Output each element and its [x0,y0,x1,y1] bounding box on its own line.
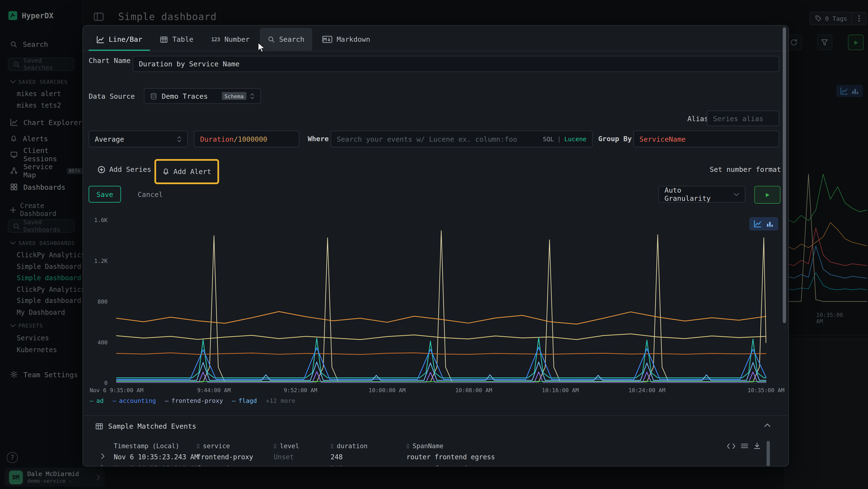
legend-dash: — [90,397,93,405]
alias-label: Alias [687,114,708,123]
divider [83,415,788,415]
lucene-toggle[interactable]: Lucene [564,136,586,143]
grip-icon [197,443,199,449]
series-ad [117,338,766,378]
tab-label: Number [224,35,250,44]
tab-table[interactable]: Table [152,28,201,51]
legend-item[interactable]: +12 more [266,397,296,405]
legend-label: +12 more [266,397,296,405]
tab-label: Line/Bar [109,35,142,44]
sample-events-header[interactable]: Sample Matched Events [95,422,196,430]
x-axis-tick: 9:52:00 AM [284,387,317,394]
bell-icon [162,168,169,175]
tab-label: Search [279,35,304,44]
legend-dash: — [165,397,168,405]
column-label: service [203,442,230,450]
cell-span_name: router frontend egress [406,453,495,461]
table-scrollbar[interactable] [767,441,770,466]
x-axis-tick: 10:16:00 AM [542,387,579,394]
tab-label: Markdown [337,35,370,44]
cancel-button[interactable]: Cancel [134,186,166,202]
duration-chart [111,217,774,384]
cell-service: frontend-proxy [197,453,253,461]
x-axis-tick: 9:44:00 AM [197,387,231,394]
column-header-duration[interactable]: duration [331,442,368,450]
x-axis-tick: Nov 6 9:35:00 AM [90,387,144,394]
legend-label: accounting [119,397,156,405]
granularity-select[interactable]: Auto Granularity [658,186,745,202]
legend-item[interactable]: —accounting [113,397,156,405]
y-axis-tick: 0 [85,380,107,387]
add-alert-highlight: Add Alert [154,159,219,184]
schema-badge[interactable]: Schema [222,92,246,100]
legend-item[interactable]: —frontend-proxy [165,397,223,405]
legend-label: ad [96,397,104,405]
download-icon[interactable] [754,443,761,450]
series-unlabeled-3 [117,353,766,354]
cell-duration: 248 [331,453,343,461]
sql-toggle[interactable]: SQL [543,136,554,143]
column-header-spanname[interactable]: SpanName [406,442,444,450]
mouse-cursor [257,42,265,53]
cell-service: frontend-proxy [197,465,253,466]
run-chart-button[interactable] [754,186,780,204]
field-input[interactable]: Duration/1000000 [194,131,300,147]
rows-icon[interactable] [741,443,748,450]
code-icon[interactable] [727,443,735,450]
cell-level: Unset [274,465,294,466]
alias-input[interactable]: Series alias [707,111,779,126]
group-by-input[interactable]: ServiceName [633,131,779,147]
legend-dash: — [232,397,236,405]
select-chevrons-icon [250,92,255,100]
add-alert-button[interactable]: Add Alert [159,167,215,176]
save-button[interactable]: Save [89,186,121,202]
play-icon [764,192,770,198]
cell-level: Unset [274,453,294,461]
tab-search[interactable]: Search [260,28,312,51]
expand-row-icon[interactable] [101,453,105,459]
series-frontend-proxy [117,231,766,382]
column-label: duration [337,442,368,450]
data-source-select[interactable]: Demo Traces Schema [144,88,261,104]
grip-icon [331,443,334,449]
events-table-body: Nov 6 10:35:23.243 AMfrontend-proxyUnset… [83,453,788,466]
table-row[interactable]: Nov 6 10:35:23.243 AMfrontend-proxyUnset… [83,465,788,466]
y-axis-tick: 1.6K [85,217,107,224]
legend-item[interactable]: —ad [90,397,104,405]
tab-number[interactable]: 123Number [204,28,257,51]
cell-timestamp: Nov 6 10:35:23.243 AM [114,453,198,461]
query-language-toggle[interactable]: SQL | Lucene [543,136,586,143]
data-source-label: Data Source [89,92,135,100]
tab-label: Table [173,35,193,44]
where-input[interactable]: Search your events w/ Lucene ex. column:… [331,131,593,147]
group-by-label: Group By [598,135,632,143]
app: Simple dashboard 0 Tags 10:35:00 AM [0,0,868,489]
aggregation-select[interactable]: Average [89,131,188,147]
tab-markdown[interactable]: Markdown [314,28,378,51]
column-header-timestamp-local[interactable]: Timestamp (Local) [114,442,179,450]
table-icon [160,35,168,43]
y-axis-tick: 400 [85,339,107,346]
markdown-icon [322,36,332,43]
collapse-icon[interactable] [764,423,770,427]
tab-line-bar[interactable]: Line/Bar [89,28,150,51]
search-icon [268,36,275,43]
y-axis-tick: 1.2K [85,258,107,264]
column-header-level[interactable]: level [274,442,299,450]
table-row[interactable]: Nov 6 10:35:23.243 AMfrontend-proxyUnset… [83,453,788,463]
grip-icon [406,443,409,449]
number-icon: 123 [211,36,220,42]
chart-legend: —ad—accounting—frontend-proxy—flagd+12 m… [90,397,296,405]
chart-name-input[interactable]: Duration by Service Name [133,56,779,72]
series-unlabeled-1 [117,312,766,324]
add-series-button[interactable]: Add Series [94,165,155,174]
set-number-format-button[interactable]: Set number format [706,165,784,174]
legend-item[interactable]: —flagd [232,397,257,405]
column-header-service[interactable]: service [197,442,230,450]
line-chart-icon [96,35,104,43]
modal-scrollbar[interactable] [783,27,786,323]
cell-span_name: router frontend egress [406,465,495,466]
column-label: SpanName [412,442,443,450]
column-label: level [280,442,299,450]
expand-row-icon[interactable] [101,465,105,466]
